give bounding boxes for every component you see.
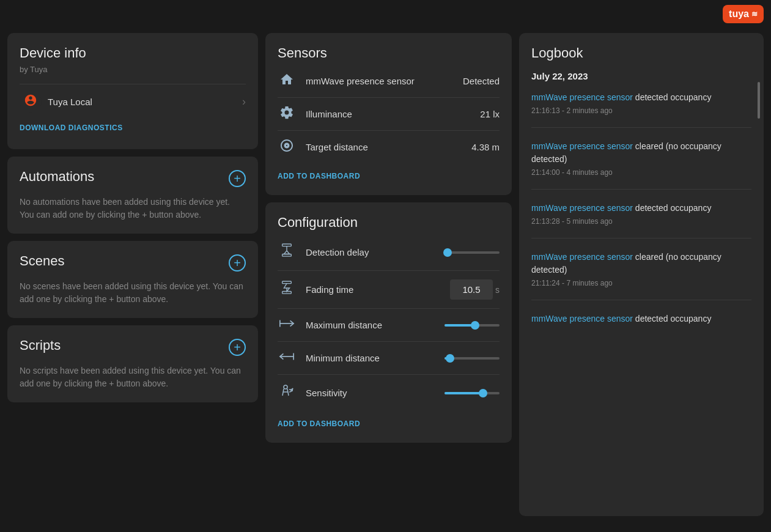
device-info-card: Device info by Tuya Tuya Local › DOWNLOA… — [7, 33, 258, 149]
log-time-1: 21:16:13 - 2 minutes ago — [531, 106, 751, 115]
detection-delay-slider-thumb — [443, 248, 452, 257]
sensitivity-slider-track[interactable] — [445, 392, 500, 394]
sensors-card: Sensors mmWave presence sensor Detected — [265, 33, 512, 195]
automations-empty-text: No automations have been added using thi… — [20, 196, 246, 221]
brightness-icon — [278, 105, 296, 123]
log-link-4[interactable]: mmWave presence sensor — [531, 252, 633, 262]
config-row-fading-time: Fading time s — [278, 271, 500, 309]
target-icon — [278, 138, 296, 156]
fading-time-input[interactable] — [450, 279, 493, 300]
log-action-1: detected occupancy — [633, 92, 711, 102]
fading-time-input-container[interactable]: s — [450, 279, 500, 300]
svg-rect-0 — [282, 244, 292, 246]
download-diagnostics-button[interactable]: DOWNLOAD DIAGNOSTICS — [20, 119, 123, 137]
tuya-wifi-icon: ≋ — [751, 10, 758, 18]
sensor-row-presence: mmWave presence sensor Detected — [278, 65, 500, 98]
sensor-value-presence: Detected — [463, 76, 500, 86]
scripts-card: Scripts + No scripts have been added usi… — [7, 325, 258, 402]
config-name-max-distance: Maximum distance — [306, 320, 435, 330]
sensor-name-distance: Target distance — [306, 142, 462, 152]
sensor-value-distance: 4.38 m — [471, 142, 500, 152]
min-distance-slider-track[interactable] — [445, 357, 500, 360]
svg-rect-1 — [282, 254, 292, 257]
add-script-button[interactable]: + — [229, 339, 246, 356]
detection-delay-slider-container[interactable] — [445, 251, 500, 254]
log-entry-5: mmWave presence sensor detected occupanc… — [531, 312, 751, 340]
sensors-add-to-dashboard-button[interactable]: ADD TO DASHBOARD — [278, 163, 360, 183]
device-info-subtitle: by Tuya — [20, 65, 246, 74]
max-distance-slider-thumb — [471, 321, 479, 330]
log-action-5: detected occupancy — [633, 314, 711, 323]
add-automation-button[interactable]: + — [229, 170, 246, 187]
log-text-4: mmWave presence sensor cleared (no occup… — [531, 251, 751, 276]
config-name-fading-time: Fading time — [306, 284, 440, 295]
log-time-4: 21:11:24 - 7 minutes ago — [531, 279, 751, 287]
automations-title: Automations — [20, 169, 94, 185]
integration-name: Tuya Local — [48, 97, 92, 107]
scripts-header: Scripts + — [20, 338, 246, 357]
add-scene-button[interactable]: + — [229, 254, 246, 272]
scripts-title: Scripts — [20, 338, 61, 353]
log-link-3[interactable]: mmWave presence sensor — [531, 203, 633, 213]
config-name-min-distance: Minimum distance — [306, 353, 435, 363]
log-link-1[interactable]: mmWave presence sensor — [531, 92, 633, 102]
config-add-to-dashboard-button[interactable]: ADD TO DASHBOARD — [278, 411, 360, 430]
sensors-title: Sensors — [278, 45, 500, 61]
tuya-logo-text: tuya — [729, 9, 749, 20]
detection-delay-icon — [278, 243, 296, 262]
min-distance-icon — [278, 350, 296, 366]
detection-delay-slider-fill — [445, 251, 448, 254]
detection-delay-slider-track[interactable] — [445, 251, 500, 254]
svg-point-8 — [284, 385, 287, 389]
sensor-value-illuminance: 21 lx — [480, 109, 500, 119]
configuration-card: Configuration Detection delay — [265, 202, 512, 443]
config-row-max-distance: Maximum distance — [278, 309, 500, 342]
log-time-3: 21:13:28 - 5 minutes ago — [531, 217, 751, 226]
svg-rect-3 — [282, 292, 292, 294]
sensitivity-slider-thumb — [479, 389, 487, 397]
min-distance-slider-fill — [445, 357, 450, 360]
log-link-2[interactable]: mmWave presence sensor — [531, 141, 633, 151]
min-distance-slider-container[interactable] — [445, 357, 500, 360]
scrollbar[interactable] — [758, 82, 760, 119]
min-distance-slider-thumb — [446, 354, 454, 363]
scenes-title: Scenes — [20, 253, 64, 269]
logbook-title: Logbook — [531, 45, 751, 61]
logbook-date: July 22, 2023 — [531, 71, 751, 81]
max-distance-icon — [278, 317, 296, 333]
sensitivity-slider-container[interactable] — [445, 392, 500, 394]
sensitivity-icon — [278, 383, 296, 402]
top-bar: tuya ≋ — [0, 0, 771, 28]
integration-row[interactable]: Tuya Local › — [20, 84, 246, 119]
log-entry-3: mmWave presence sensor detected occupanc… — [531, 202, 751, 238]
log-entry-4: mmWave presence sensor cleared (no occup… — [531, 251, 751, 300]
log-text-2: mmWave presence sensor cleared (no occup… — [531, 140, 751, 166]
automations-card: Automations + No automations have been a… — [7, 157, 258, 234]
max-distance-slider-container[interactable] — [445, 324, 500, 327]
tuya-icon — [20, 91, 42, 113]
sensitivity-slider-fill — [445, 392, 483, 394]
log-text-1: mmWave presence sensor detected occupanc… — [531, 91, 751, 104]
sensor-row-distance: Target distance 4.38 m — [278, 131, 500, 163]
log-link-5[interactable]: mmWave presence sensor — [531, 314, 633, 323]
config-name-detection-delay: Detection delay — [306, 247, 435, 257]
max-distance-slider-track[interactable] — [445, 324, 500, 327]
sensor-name-illuminance: Illuminance — [306, 109, 470, 119]
home-icon — [278, 72, 296, 90]
chevron-right-icon: › — [242, 95, 246, 108]
log-entry-2: mmWave presence sensor cleared (no occup… — [531, 140, 751, 190]
config-row-detection-delay: Detection delay — [278, 234, 500, 271]
config-row-sensitivity: Sensitivity — [278, 375, 500, 411]
scenes-header: Scenes + — [20, 253, 246, 273]
scenes-empty-text: No scenes have been added using this dev… — [20, 280, 246, 306]
log-action-3: detected occupancy — [633, 203, 711, 213]
log-text-3: mmWave presence sensor detected occupanc… — [531, 202, 751, 215]
fading-time-unit: s — [495, 285, 500, 295]
sensor-row-illuminance: Illuminance 21 lx — [278, 98, 500, 131]
tuya-logo: tuya ≋ — [723, 5, 764, 23]
max-distance-slider-fill — [445, 324, 475, 327]
scenes-card: Scenes + No scenes have been added using… — [7, 241, 258, 318]
config-name-sensitivity: Sensitivity — [306, 388, 435, 398]
device-info-title: Device info — [20, 45, 246, 61]
log-entry-1: mmWave presence sensor detected occupanc… — [531, 91, 751, 128]
